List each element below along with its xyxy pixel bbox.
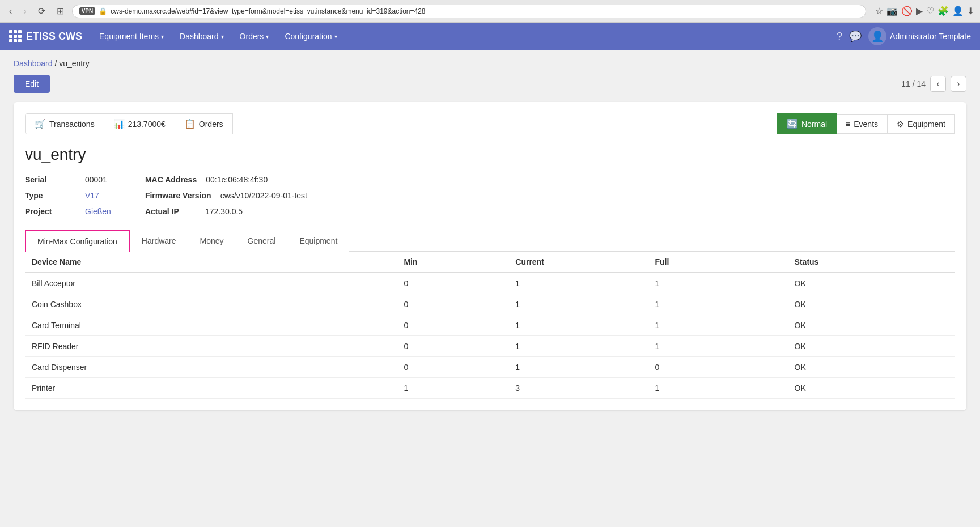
- breadcrumb-current: vu_entry: [59, 59, 90, 68]
- chevron-down-icon: ▾: [161, 33, 164, 40]
- cell-min: 0: [397, 336, 508, 357]
- main-card: 🛒 Transactions 📊 213.7000€ 📋 Orders 🔄 No…: [14, 102, 966, 410]
- cell-current: 1: [508, 294, 648, 315]
- project-label: Project: [25, 207, 76, 216]
- table-row: Card Dispenser 0 1 0 OK: [25, 357, 955, 378]
- cell-full: 1: [648, 315, 787, 336]
- forward-button[interactable]: ›: [20, 5, 29, 18]
- back-button[interactable]: ‹: [6, 5, 15, 18]
- download-icon[interactable]: ⬇: [967, 6, 974, 16]
- table-row: Coin Cashbox 0 1 1 OK: [25, 294, 955, 315]
- field-firmware: Firmware Version cws/v10/2022-09-01-test: [145, 191, 307, 200]
- cell-min: 1: [397, 378, 508, 399]
- cell-full: 1: [648, 378, 787, 399]
- mode-normal-button[interactable]: 🔄 Normal: [777, 113, 837, 134]
- breadcrumb-parent[interactable]: Dashboard: [14, 59, 53, 68]
- pagination-text: 11 / 14: [901, 79, 926, 88]
- block-icon[interactable]: 🚫: [901, 6, 913, 16]
- cell-min: 0: [397, 315, 508, 336]
- orders-label: Orders: [199, 120, 223, 129]
- apps-button[interactable]: ⊞: [53, 5, 67, 18]
- field-type: Type V17: [25, 191, 111, 200]
- chat-icon[interactable]: 💬: [849, 30, 862, 42]
- next-page-button[interactable]: ›: [951, 76, 966, 92]
- type-label: Type: [25, 191, 76, 200]
- browser-icons: ☆ 📷 🚫 ▶ ♡ 🧩 👤 ⬇: [875, 6, 974, 16]
- mac-label: MAC Address: [145, 175, 197, 184]
- heart-icon[interactable]: ♡: [926, 6, 934, 16]
- mode-buttons: 🔄 Normal ≡ Events ⚙ Equipment: [777, 113, 955, 134]
- amount-button[interactable]: 📊 213.7000€: [104, 113, 175, 134]
- tab-general[interactable]: General: [236, 230, 288, 252]
- vpn-badge: VPN: [79, 7, 96, 15]
- cell-status: OK: [788, 273, 955, 294]
- nav-equipment-items[interactable]: Equipment Items ▾: [91, 23, 172, 50]
- firmware-label: Firmware Version: [145, 191, 211, 200]
- fields-section: Serial 00001 Type V17 Project Gießen MAC…: [25, 175, 955, 216]
- browser-bar: ‹ › ⟳ ⊞ VPN 🔒 cws-demo.maxcrc.de/web#id=…: [0, 0, 980, 23]
- col-header-full: Full: [648, 252, 787, 273]
- cell-min: 0: [397, 294, 508, 315]
- play-icon[interactable]: ▶: [916, 6, 923, 16]
- page-actions: Edit 11 / 14 ‹ ›: [14, 75, 966, 93]
- tab-min-max-config[interactable]: Min-Max Configuration: [25, 230, 130, 252]
- nav-orders[interactable]: Orders ▾: [232, 23, 277, 50]
- user-menu[interactable]: 👤 Administrator Template: [868, 27, 971, 45]
- col-header-status: Status: [788, 252, 955, 273]
- user-icon[interactable]: 👤: [952, 6, 964, 16]
- tab-equipment[interactable]: Equipment: [287, 230, 349, 252]
- screenshot-icon[interactable]: 📷: [886, 6, 898, 16]
- cell-current: 1: [508, 336, 648, 357]
- cell-full: 0: [648, 357, 787, 378]
- cell-current: 1: [508, 273, 648, 294]
- address-bar[interactable]: VPN 🔒 cws-demo.maxcrc.de/web#id=17&view_…: [72, 5, 866, 18]
- cell-status: OK: [788, 336, 955, 357]
- chevron-down-icon: ▾: [266, 33, 269, 40]
- cell-current: 1: [508, 357, 648, 378]
- cell-status: OK: [788, 357, 955, 378]
- project-value[interactable]: Gießen: [85, 207, 111, 216]
- fields-right: MAC Address 00:1e:06:48:4f:30 Firmware V…: [145, 175, 307, 216]
- mode-events-button[interactable]: ≡ Events: [837, 114, 888, 134]
- cell-status: OK: [788, 294, 955, 315]
- app-name: ETISS CWS: [26, 31, 82, 42]
- puzzle-icon[interactable]: 🧩: [937, 6, 949, 16]
- orders-button[interactable]: 📋 Orders: [175, 113, 233, 134]
- cell-status: OK: [788, 315, 955, 336]
- page-area: Dashboard / vu_entry Edit 11 / 14 ‹ › 🛒 …: [0, 50, 980, 419]
- record-title: vu_entry: [25, 146, 955, 164]
- transactions-button[interactable]: 🛒 Transactions: [25, 113, 104, 134]
- ip-value: 172.30.0.5: [205, 207, 243, 216]
- col-header-device: Device Name: [25, 252, 397, 273]
- field-ip: Actual IP 172.30.0.5: [145, 207, 307, 216]
- mac-value: 00:1e:06:48:4f:30: [206, 175, 268, 184]
- prev-page-button[interactable]: ‹: [930, 76, 946, 92]
- tab-hardware[interactable]: Hardware: [130, 230, 188, 252]
- cell-status: OK: [788, 378, 955, 399]
- cell-full: 1: [648, 273, 787, 294]
- cell-device: RFID Reader: [25, 336, 397, 357]
- cell-current: 3: [508, 378, 648, 399]
- mode-equipment-button[interactable]: ⚙ Equipment: [888, 114, 955, 134]
- app-logo: ETISS CWS: [9, 30, 82, 42]
- tab-money[interactable]: Money: [188, 230, 236, 252]
- pagination: 11 / 14 ‹ ›: [901, 76, 966, 92]
- nav-dashboard[interactable]: Dashboard ▾: [172, 23, 232, 50]
- refresh-button[interactable]: ⟳: [35, 5, 49, 18]
- serial-value: 00001: [85, 175, 107, 184]
- bookmark-icon[interactable]: ☆: [875, 6, 883, 16]
- ip-label: Actual IP: [145, 207, 196, 216]
- col-header-min: Min: [397, 252, 508, 273]
- cell-min: 0: [397, 273, 508, 294]
- type-value[interactable]: V17: [85, 191, 99, 200]
- nav-configuration[interactable]: Configuration ▾: [277, 23, 345, 50]
- cell-full: 1: [648, 294, 787, 315]
- field-project: Project Gießen: [25, 207, 111, 216]
- lock-icon: 🔒: [99, 7, 107, 15]
- field-serial: Serial 00001: [25, 175, 111, 184]
- edit-button[interactable]: Edit: [14, 75, 50, 93]
- mode-normal-label: Normal: [801, 120, 827, 129]
- help-icon[interactable]: ?: [837, 31, 842, 42]
- orders-icon: 📋: [184, 118, 196, 129]
- transactions-label: Transactions: [49, 120, 95, 129]
